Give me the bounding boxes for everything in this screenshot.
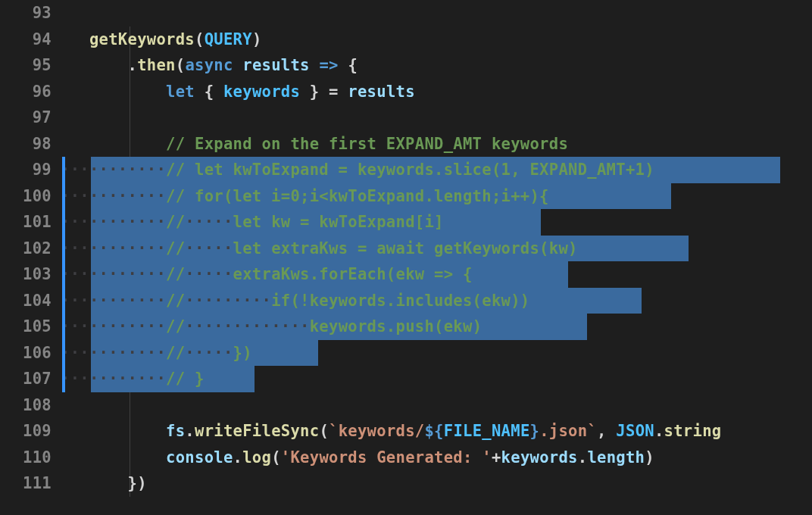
paren-open: ( bbox=[176, 56, 186, 74]
comment: // bbox=[166, 317, 185, 336]
line-number: 109 bbox=[0, 418, 52, 445]
line-number: 103 bbox=[0, 261, 52, 288]
method: writeFileSync bbox=[195, 422, 319, 440]
code-line: ···········//·····let extraKws = await g… bbox=[61, 236, 812, 262]
variable: results bbox=[348, 83, 415, 101]
code-line: ···········//·············keywords.push(… bbox=[61, 314, 812, 340]
comment: // bbox=[166, 239, 185, 258]
comment: // bbox=[166, 213, 185, 231]
line-number: 104 bbox=[0, 288, 52, 314]
keyword-async: async bbox=[185, 56, 233, 74]
arrow: => bbox=[319, 56, 338, 74]
comment: let kw = kwToExpand[i] bbox=[233, 213, 444, 231]
string: 'Keywords Generated: ' bbox=[281, 448, 492, 467]
code-line: // Expand on the first EXPAND_AMT keywor… bbox=[61, 131, 812, 158]
line-number: 99 bbox=[0, 157, 52, 183]
code-line: fs.writeFileSync(`keywords/${FILE_NAME}.… bbox=[61, 418, 812, 445]
code-line: console.log('Keywords Generated: '+keywo… bbox=[61, 445, 812, 471]
line-number: 96 bbox=[0, 79, 52, 105]
dot: . bbox=[128, 56, 138, 74]
code-line: ···········// for(let i=0;i<kwToExpand.l… bbox=[61, 183, 812, 210]
constant: JSON bbox=[616, 422, 654, 440]
dot: . bbox=[654, 422, 664, 440]
line-number: 95 bbox=[0, 52, 52, 79]
variable: keywords bbox=[223, 83, 300, 101]
template-delim: ${ bbox=[424, 422, 443, 440]
template-string: .json` bbox=[539, 422, 597, 440]
line-number: 108 bbox=[0, 392, 52, 419]
constant: FILE_NAME bbox=[444, 422, 530, 440]
line-number: 101 bbox=[0, 209, 52, 236]
paren-close: ) bbox=[252, 30, 262, 48]
comma: , bbox=[597, 422, 616, 440]
comment: // } bbox=[166, 370, 205, 388]
line-number: 105 bbox=[0, 314, 52, 340]
line-number: 106 bbox=[0, 340, 52, 367]
code-line bbox=[61, 105, 812, 131]
variable: fs bbox=[166, 422, 185, 440]
comment: // bbox=[166, 265, 185, 283]
plus: + bbox=[492, 448, 501, 467]
line-number: 97 bbox=[0, 105, 52, 131]
property: length bbox=[587, 448, 645, 467]
code-editor[interactable]: 93 94 95 96 97 98 99 100 101 102 103 104… bbox=[0, 0, 812, 515]
brace-open: { bbox=[205, 83, 223, 101]
line-number: 93 bbox=[0, 0, 52, 27]
dot: . bbox=[578, 448, 588, 467]
paren-close: ) bbox=[645, 448, 654, 467]
line-number: 98 bbox=[0, 131, 52, 158]
comment: let extraKws = await getKeywords(kw) bbox=[233, 239, 578, 258]
code-line: ···········//·····let kw = kwToExpand[i] bbox=[61, 209, 812, 236]
comment: keywords.push(ekw) bbox=[310, 317, 483, 336]
function-call: getKeywords bbox=[89, 30, 195, 48]
comment: // let kwToExpand = keywords.slice(1, EX… bbox=[166, 161, 654, 179]
line-number: 94 bbox=[0, 27, 52, 53]
line-number: 111 bbox=[0, 470, 52, 497]
code-line: ···········// let kwToExpand = keywords.… bbox=[61, 157, 812, 183]
brace-close: } bbox=[300, 83, 329, 101]
code-line: let { keywords } = results bbox=[61, 79, 812, 105]
variable: keywords bbox=[501, 448, 578, 467]
paren-open: ( bbox=[271, 448, 281, 467]
code-line: ···········//·········if(!keywords.inclu… bbox=[61, 288, 812, 314]
code-line bbox=[61, 0, 812, 27]
comment: extraKws.forEach(ekw => { bbox=[233, 265, 473, 283]
code-line: getKeywords(QUERY) bbox=[61, 27, 812, 53]
method: log bbox=[242, 448, 271, 467]
comment: // bbox=[166, 344, 185, 362]
code-line: ···········//·····extraKws.forEach(ekw =… bbox=[61, 261, 812, 288]
equals: = bbox=[329, 83, 348, 101]
line-number: 100 bbox=[0, 183, 52, 210]
keyword-let: let bbox=[166, 83, 195, 101]
paren-open: ( bbox=[319, 422, 329, 440]
line-number: 110 bbox=[0, 445, 52, 471]
paren-open: ( bbox=[195, 30, 205, 48]
comment: // Expand on the first EXPAND_AMT keywor… bbox=[166, 135, 568, 153]
method: then bbox=[137, 56, 176, 74]
diff-indicator bbox=[62, 157, 65, 392]
comment: // bbox=[166, 292, 185, 310]
code-line: ···········// } bbox=[61, 366, 812, 392]
line-number-gutter: 93 94 95 96 97 98 99 100 101 102 103 104… bbox=[0, 0, 61, 515]
param: results bbox=[242, 56, 310, 74]
code-line: .then(async results => { bbox=[61, 52, 812, 79]
code-line: }) bbox=[61, 470, 812, 497]
template-string: `keywords/ bbox=[329, 422, 424, 440]
line-number: 107 bbox=[0, 366, 52, 392]
comment: }) bbox=[233, 344, 252, 362]
method: string bbox=[664, 422, 722, 440]
code-line bbox=[61, 392, 812, 419]
comment: // for(let i=0;i<kwToExpand.length;i++){ bbox=[166, 187, 549, 205]
dot: . bbox=[185, 422, 195, 440]
constant: QUERY bbox=[205, 30, 252, 48]
comment: if(!keywords.includes(ekw)) bbox=[271, 292, 529, 310]
brace-open: { bbox=[348, 56, 358, 74]
template-delim: } bbox=[530, 422, 540, 440]
brace-paren-close: }) bbox=[128, 474, 147, 492]
line-number: 102 bbox=[0, 236, 52, 262]
dot: . bbox=[233, 448, 243, 467]
code-area[interactable]: getKeywords(QUERY) .then(async results =… bbox=[61, 0, 812, 515]
variable: console bbox=[166, 448, 233, 467]
code-line: ···········//·····}) bbox=[61, 340, 812, 367]
